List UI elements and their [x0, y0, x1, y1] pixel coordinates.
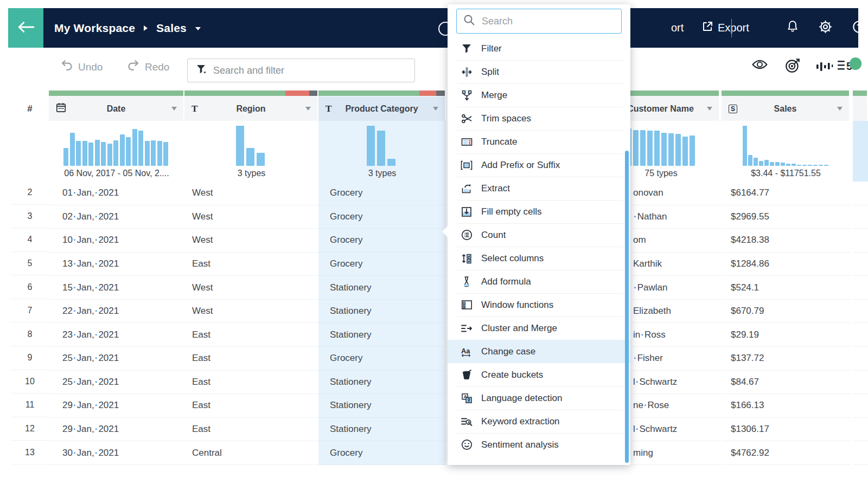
table-cell-region[interactable]: Central [184, 441, 318, 465]
table-cell-date[interactable]: 25 · Jan, · 2021 [49, 347, 184, 371]
menu-item-fill-empty-cells[interactable]: Fill empty cells [448, 200, 630, 223]
column-histogram-sales[interactable] [722, 121, 850, 169]
table-cell-category[interactable]: Stationery [318, 394, 446, 418]
table-cell-region[interactable]: East [184, 394, 318, 418]
table-cell-region[interactable]: West [184, 205, 318, 229]
table-cell-partial[interactable] [853, 300, 868, 324]
column-menu-caret[interactable] [707, 107, 712, 111]
menu-search-box[interactable] [456, 9, 622, 34]
table-cell-sales[interactable]: $2969.55 [722, 205, 850, 229]
preview-eye-button[interactable] [751, 57, 769, 74]
table-cell-region[interactable]: West [184, 276, 318, 300]
column-menu-caret[interactable] [433, 107, 438, 111]
menu-item-merge[interactable]: Merge [448, 83, 630, 107]
back-button[interactable] [8, 8, 43, 48]
table-cell-category[interactable]: Stationery [318, 323, 446, 347]
menu-item-add-prefix-or-suffix[interactable]: Add Prefix or Suffix [448, 153, 630, 177]
table-cell-category[interactable]: Grocery [318, 441, 446, 465]
table-cell-partial[interactable] [853, 229, 868, 253]
table-cell-partial[interactable] [853, 347, 868, 371]
table-cell-category[interactable]: Stationery [318, 371, 446, 395]
table-cell-date[interactable]: 02 · Jan, · 2021 [49, 205, 184, 229]
table-cell-sales[interactable]: $166.13 [722, 394, 850, 418]
table-cell-category[interactable]: Stationery [318, 418, 446, 442]
redo-button[interactable]: Redo [127, 60, 169, 74]
table-cell-category[interactable]: Grocery [318, 253, 446, 276]
menu-item-keyword-extraction[interactable]: AKeyword extraction [448, 410, 630, 433]
table-cell-region[interactable]: West [184, 182, 318, 205]
table-cell-partial[interactable] [853, 418, 868, 442]
menu-scrollbar[interactable] [625, 151, 629, 463]
column-histogram-region[interactable] [184, 121, 318, 169]
export-button[interactable]: Export [701, 8, 749, 48]
menu-item-truncate[interactable]: Truncate [448, 130, 630, 153]
menu-item-extract[interactable]: Extract [448, 177, 630, 200]
undo-button[interactable]: Undo [61, 60, 103, 74]
column-header-partial[interactable] [853, 96, 867, 121]
chevron-down-icon[interactable] [195, 27, 201, 30]
column-menu-caret[interactable] [171, 107, 177, 111]
table-cell-sales[interactable]: $6164.77 [722, 182, 850, 205]
menu-item-window-functions[interactable]: Window functions [448, 293, 630, 316]
table-cell-date[interactable]: 13 · Jan, · 2021 [49, 253, 184, 276]
table-cell-date[interactable]: 01 · Jan, · 2021 [49, 182, 184, 205]
table-cell-partial[interactable] [853, 371, 868, 395]
breadcrumb-dataset[interactable]: Sales [156, 22, 187, 35]
column-histogram-category[interactable] [318, 121, 446, 169]
table-cell-date[interactable]: 15 · Jan, · 2021 [49, 276, 184, 300]
table-cell-date[interactable]: 22 · Jan, · 2021 [49, 300, 184, 324]
table-cell-partial[interactable] [853, 253, 868, 276]
table-cell-sales[interactable]: $29.19 [722, 323, 850, 347]
table-cell-region[interactable]: East [184, 371, 318, 395]
table-cell-category[interactable]: Grocery [318, 182, 446, 205]
table-cell-date[interactable]: 29 · Jan, · 2021 [49, 394, 184, 418]
menu-item-sentiment-analysis[interactable]: Sentiment analysis [448, 433, 630, 456]
table-cell-sales[interactable]: $137.72 [722, 347, 850, 371]
target-button[interactable] [784, 57, 801, 76]
table-cell-category[interactable]: Grocery [318, 229, 446, 253]
help-button[interactable]: ? [852, 8, 858, 48]
table-cell-sales[interactable]: $670.79 [722, 300, 850, 324]
table-cell-region[interactable]: West [184, 300, 318, 324]
table-cell-partial[interactable] [853, 441, 868, 465]
column-menu-caret[interactable] [305, 107, 311, 111]
search-filter-input[interactable] [213, 65, 392, 76]
column-menu-caret[interactable] [837, 107, 843, 111]
table-cell-region[interactable]: East [184, 418, 318, 442]
table-cell-sales[interactable]: $1306.17 [722, 418, 850, 442]
menu-item-count[interactable]: Count [448, 223, 630, 247]
table-cell-region[interactable]: West [184, 229, 318, 253]
table-cell-region[interactable]: East [184, 347, 318, 371]
menu-item-trim-spaces[interactable]: Trim spaces [448, 107, 630, 130]
menu-item-create-buckets[interactable]: Create buckets [448, 363, 630, 386]
menu-item-filter[interactable]: Filter [448, 37, 630, 60]
table-cell-partial[interactable] [853, 394, 868, 418]
menu-item-cluster-and-merge[interactable]: Cluster and Merge [448, 316, 630, 340]
menu-search-input[interactable] [482, 16, 617, 27]
table-cell-partial[interactable] [853, 182, 868, 205]
table-cell-category[interactable]: Grocery [318, 347, 446, 371]
table-cell-date[interactable]: 25 · Jan, · 2021 [49, 371, 184, 395]
search-filter-box[interactable] [187, 59, 415, 82]
table-cell-date[interactable]: 29 · Jan, · 2021 [49, 418, 184, 442]
menu-item-add-formula[interactable]: Add formula [448, 270, 630, 293]
column-histogram-date[interactable] [49, 121, 184, 169]
notifications-button[interactable] [786, 8, 800, 48]
settings-button[interactable] [818, 8, 833, 48]
table-cell-date[interactable]: 30 · Jan, · 2021 [49, 441, 184, 465]
import-button[interactable]: ort [671, 8, 684, 48]
table-cell-partial[interactable] [853, 323, 868, 347]
table-cell-region[interactable]: East [184, 253, 318, 276]
table-cell-sales[interactable]: $4762.92 [722, 441, 850, 465]
table-cell-date[interactable]: 23 · Jan, · 2021 [49, 323, 184, 347]
table-cell-sales[interactable]: $4218.38 [722, 229, 850, 253]
column-header-region[interactable]: TRegion [184, 96, 317, 121]
table-cell-sales[interactable]: $84.67 [722, 371, 850, 395]
breadcrumb-workspace[interactable]: My Workspace [54, 22, 135, 35]
table-cell-category[interactable]: Stationery [318, 276, 446, 300]
table-cell-partial[interactable] [853, 205, 868, 229]
table-cell-category[interactable]: Grocery [318, 205, 446, 229]
column-header-sales[interactable]: SSales [722, 96, 849, 121]
menu-item-select-columns[interactable]: Select columns [448, 247, 630, 270]
table-cell-sales[interactable]: $1284.86 [722, 253, 850, 276]
